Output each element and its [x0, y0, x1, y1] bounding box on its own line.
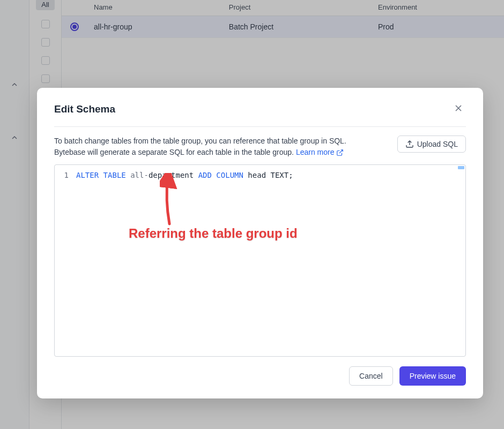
edit-schema-modal: Edit Schema To batch change tables from …	[37, 88, 483, 398]
svg-line-2	[339, 149, 343, 153]
upload-icon	[405, 140, 414, 148]
minimap-indicator	[458, 166, 464, 169]
sql-editor[interactable]: 1 ALTER TABLE all-department ADD COLUMN …	[54, 164, 466, 357]
preview-issue-button[interactable]: Preview issue	[399, 366, 466, 386]
cancel-button[interactable]: Cancel	[349, 366, 393, 386]
upload-sql-button[interactable]: Upload SQL	[397, 136, 466, 153]
line-number: 1	[55, 169, 76, 181]
close-button[interactable]	[451, 101, 466, 118]
learn-more-link[interactable]: Learn more	[296, 147, 344, 158]
modal-overlay: Edit Schema To batch change tables from …	[0, 0, 504, 429]
modal-title: Edit Schema	[54, 103, 115, 115]
sql-code[interactable]: ALTER TABLE all-department ADD COLUMN he…	[76, 169, 465, 181]
modal-description: To batch change tables from the table gr…	[54, 136, 365, 158]
close-icon	[453, 103, 464, 114]
external-link-icon	[336, 149, 344, 156]
